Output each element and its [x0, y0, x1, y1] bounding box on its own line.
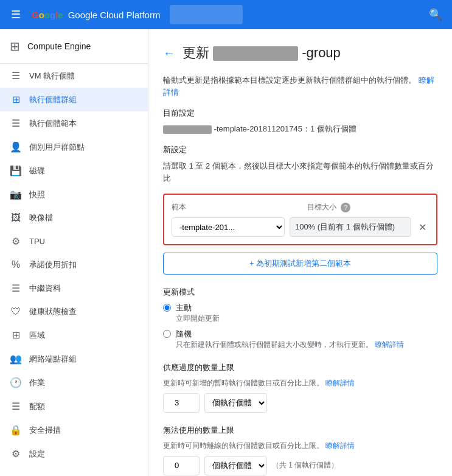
- surge-unit-select[interactable]: 個執行個體 百分比: [204, 393, 267, 413]
- update-mode-opportunistic: 隨機 只在新建執行個體或執行個體群組大小改變時，才執行更新。 瞭解詳情: [163, 329, 437, 350]
- page-header: ← 更新 -group: [163, 44, 437, 62]
- sidebar-item-health-checks[interactable]: 🛡 健康狀態檢查: [0, 300, 148, 323]
- sidebar: ⊞ Compute Engine ☰ VM 執行個體 ⊞ 執行個體群組 ☰ 執行…: [0, 29, 148, 476]
- sidebar-item-vm-instances[interactable]: ☰ VM 執行個體: [0, 64, 148, 88]
- sidebar-item-label: 網路端點群組: [29, 354, 77, 365]
- search-icon: 🔍: [429, 9, 442, 21]
- update-mode-label: 更新模式: [163, 287, 437, 298]
- sidebar-item-metadata[interactable]: ☰ 中繼資料: [0, 276, 148, 300]
- sidebar-item-label: 配額: [29, 401, 45, 412]
- sidebar-item-tpu[interactable]: ⚙ TPU: [0, 229, 148, 253]
- app-layout: ⊞ Compute Engine ☰ VM 執行個體 ⊞ 執行個體群組 ☰ 執行…: [0, 29, 452, 476]
- new-setting-label: 新設定: [163, 144, 437, 155]
- neg-icon: 👥: [10, 353, 22, 365]
- sidebar-item-network-endpoint-groups[interactable]: 👥 網路端點群組: [0, 347, 148, 371]
- sidebar-item-label: 安全掃描: [29, 425, 61, 436]
- proactive-label: 主動: [176, 303, 220, 313]
- sidebar-item-settings[interactable]: ⚙ 設定: [0, 442, 148, 466]
- app-logo: Google Google Cloud Platform: [32, 10, 160, 20]
- back-button[interactable]: ←: [163, 46, 175, 60]
- sidebar-item-label: 中繼資料: [29, 283, 61, 294]
- surge-limit-section: 供應過度的數量上限 更新時可新增的暫時執行個體數目或百分比上限。 瞭解詳情 個執…: [163, 362, 437, 413]
- sidebar-item-label: 執行個體範本: [29, 118, 77, 129]
- unavailable-unit-select[interactable]: 個執行個體 百分比: [204, 456, 267, 475]
- settings-icon: ⚙: [10, 448, 22, 460]
- add-second-template-button[interactable]: + 為初期測試新增第二個範本: [163, 253, 437, 275]
- google-logo: Google: [32, 10, 63, 20]
- sidebar-item-sole-tenant[interactable]: 👤 個別用戶群節點: [0, 135, 148, 159]
- unavailable-limit-section: 無法使用的數量上限 更新時可同時離線的執行個體數目或百分比上限。 瞭解詳情 個執…: [163, 425, 437, 475]
- sidebar-item-label: 映像檔: [29, 212, 53, 223]
- committed-use-icon: %: [10, 259, 22, 270]
- sidebar-item-instance-groups[interactable]: ⊞ 執行個體群組: [0, 88, 148, 111]
- menu-icon[interactable]: ☰: [10, 8, 22, 21]
- tpu-icon: ⚙: [10, 236, 22, 247]
- quotas-icon: ☰: [10, 401, 22, 412]
- unavailable-desc: 更新時可同時離線的執行個體數目或百分比上限。 瞭解詳情: [163, 441, 437, 451]
- disks-icon: 💾: [10, 165, 22, 177]
- sidebar-item-label: 作業: [29, 377, 45, 388]
- template-row: -template-201... 100% (目前有 1 個執行個體) ✕: [172, 217, 429, 237]
- images-icon: 🖼: [10, 212, 22, 223]
- surge-label: 供應過度的數量上限: [163, 362, 437, 373]
- search-button[interactable]: 🔍: [429, 8, 442, 21]
- sidebar-item-disks[interactable]: 💾 磁碟: [0, 159, 148, 183]
- main-content: ← 更新 -group 輪動式更新是指根據範本目標設定逐步更新執行個體群組中的執…: [148, 29, 452, 476]
- project-selector[interactable]: [170, 5, 243, 24]
- sidebar-item-zones[interactable]: ⊞ 區域: [0, 323, 148, 347]
- unavailable-limit-row: 個執行個體 百分比 （共 1 個執行個體）: [163, 456, 437, 475]
- sidebar-item-instance-templates[interactable]: ☰ 執行個體範本: [0, 111, 148, 135]
- sidebar-header: ⊞ Compute Engine: [0, 29, 148, 64]
- surge-learn-more[interactable]: 瞭解詳情: [325, 379, 355, 387]
- compute-engine-icon: ⊞: [10, 39, 20, 54]
- delete-template-button[interactable]: ✕: [416, 219, 429, 236]
- sidebar-item-snapshots[interactable]: 📷 快照: [0, 183, 148, 206]
- template-col-label: 範本: [172, 202, 293, 212]
- health-checks-icon: 🛡: [10, 306, 22, 317]
- page-title: 更新 -group: [183, 44, 341, 62]
- current-setting-label: 目前設定: [163, 108, 437, 119]
- delete-icon: ✕: [419, 222, 426, 233]
- target-size-help-icon[interactable]: ?: [341, 203, 350, 212]
- sidebar-item-quotas[interactable]: ☰ 配額: [0, 394, 148, 418]
- page-description: 輪動式更新是指根據範本目標設定逐步更新執行個體群組中的執行個體。 瞭解詳情: [163, 74, 437, 98]
- unavailable-input[interactable]: [163, 456, 200, 475]
- sidebar-item-images[interactable]: 🖼 映像檔: [0, 206, 148, 229]
- surge-input[interactable]: [163, 393, 200, 413]
- metadata-icon: ☰: [10, 282, 22, 294]
- opportunistic-desc: 只在新建執行個體或執行個體群組大小改變時，才執行更新。 瞭解詳情: [176, 340, 404, 350]
- snapshots-icon: 📷: [10, 189, 22, 200]
- sidebar-item-label: 快照: [29, 189, 45, 200]
- template-row-header: 範本 目標大小 ?: [172, 202, 429, 212]
- target-size-display: 100% (目前有 1 個執行個體): [290, 217, 411, 237]
- sidebar-item-label: VM 執行個體: [29, 71, 75, 82]
- current-setting-value: -template-201811201745：1 個執行個體: [163, 124, 437, 135]
- unavailable-label: 無法使用的數量上限: [163, 425, 437, 436]
- new-setting-desc: 請選取 1 至 2 個範本，然後以目標大小來指定每個範本的執行個體數量或百分比: [163, 160, 437, 184]
- surge-desc: 更新時可新增的暫時執行個體數目或百分比上限。 瞭解詳情: [163, 378, 437, 388]
- sole-tenant-icon: 👤: [10, 141, 22, 153]
- sidebar-item-operations[interactable]: 🕐 作業: [0, 371, 148, 394]
- proactive-radio[interactable]: [163, 304, 171, 312]
- instance-groups-icon: ⊞: [10, 94, 22, 105]
- target-size-col-label: 目標大小 ?: [307, 202, 429, 212]
- redacted-project-name: [213, 46, 298, 61]
- opportunistic-radio[interactable]: [163, 330, 171, 338]
- update-mode-section: 更新模式 主動 立即開始更新 隨機 只在新建執行個體或執行個體群組大小改變時，才…: [163, 287, 437, 350]
- unavailable-note: （共 1 個執行個體）: [272, 460, 338, 471]
- opportunistic-label: 隨機: [176, 329, 404, 340]
- vm-icon: ☰: [10, 70, 22, 82]
- sidebar-item-label: 磁碟: [29, 166, 45, 177]
- sidebar-item-label: 個別用戶群節點: [29, 142, 85, 153]
- sidebar-item-label: 設定: [29, 449, 45, 460]
- template-select[interactable]: -template-201...: [172, 217, 285, 237]
- sidebar-item-label: 健康狀態檢查: [29, 306, 77, 317]
- unavailable-learn-more[interactable]: 瞭解詳情: [325, 441, 355, 450]
- sidebar-item-label: 區域: [29, 330, 45, 341]
- opportunistic-learn-more[interactable]: 瞭解詳情: [375, 340, 404, 349]
- instance-templates-icon: ☰: [10, 117, 22, 129]
- sidebar-item-committed-use[interactable]: % 承諾使用折扣: [0, 253, 148, 276]
- sidebar-item-security-scans[interactable]: 🔒 安全掃描: [0, 418, 148, 442]
- sidebar-item-label: TPU: [29, 237, 45, 246]
- update-mode-proactive: 主動 立即開始更新: [163, 303, 437, 324]
